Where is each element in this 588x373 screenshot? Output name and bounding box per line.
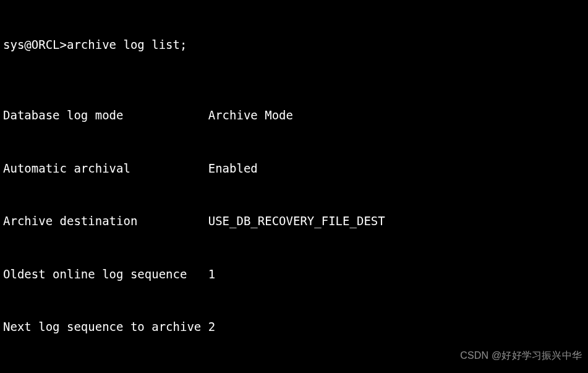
- archive-value: USE_DB_RECOVERY_FILE_DEST: [208, 214, 385, 228]
- archive-label: Current log sequence: [3, 371, 208, 374]
- archive-row: Next log sequence to archive2: [3, 318, 585, 336]
- archive-label: Next log sequence to archive: [3, 318, 208, 336]
- archive-value: Archive Mode: [208, 108, 293, 122]
- prompt: sys@ORCL>: [3, 38, 67, 51]
- archive-label: Automatic archival: [3, 160, 208, 178]
- archive-value: 1: [208, 267, 215, 281]
- archive-row: Current log sequence2: [3, 371, 585, 374]
- archive-row: Oldest online log sequence1: [3, 265, 585, 283]
- archive-value: 2: [208, 320, 215, 333]
- archive-row: Archive destinationUSE_DB_RECOVERY_FILE_…: [3, 212, 585, 230]
- archive-label: Database log mode: [3, 106, 208, 124]
- terminal-output[interactable]: sys@ORCL>archive log list; Database log …: [0, 0, 588, 373]
- archive-value: Enabled: [208, 161, 258, 175]
- archive-label: Archive destination: [3, 212, 208, 230]
- archive-row: Automatic archivalEnabled: [3, 160, 585, 178]
- command-1: archive log list;: [67, 38, 187, 51]
- archive-label: Oldest online log sequence: [3, 265, 208, 283]
- archive-row: Database log modeArchive Mode: [3, 106, 585, 124]
- prompt-line-1: sys@ORCL>archive log list;: [3, 36, 585, 54]
